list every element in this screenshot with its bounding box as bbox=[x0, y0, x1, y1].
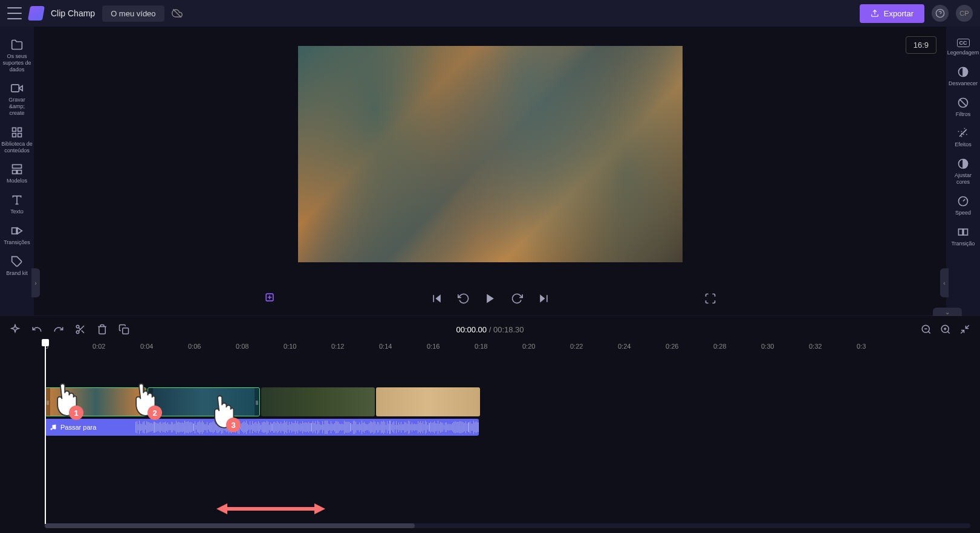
time-display: 00:00.00 / 00:18.30 bbox=[456, 325, 524, 334]
skip-start-button[interactable] bbox=[431, 292, 443, 305]
svg-marker-4 bbox=[19, 86, 22, 91]
sidebar-item-colors[interactable]: Ajustar cores bbox=[946, 153, 980, 190]
svg-rect-9 bbox=[13, 133, 16, 137]
header: Clip Champ O meu vídeo Exportar CP bbox=[0, 0, 980, 27]
duplicate-button[interactable] bbox=[118, 324, 129, 335]
aspect-ratio-button[interactable]: 16:9 bbox=[906, 36, 936, 54]
svg-point-30 bbox=[76, 331, 79, 334]
collapse-timeline-button[interactable]: ⌄ bbox=[933, 308, 962, 316]
right-sidebar: CC Legendagem Desvanecer Filtros Efeitos… bbox=[946, 27, 980, 315]
svg-rect-5 bbox=[11, 85, 19, 92]
zoom-in-button[interactable] bbox=[940, 324, 951, 335]
video-clip-1[interactable]: |||| bbox=[45, 387, 146, 416]
user-avatar[interactable]: CP bbox=[956, 5, 973, 22]
sidebar-item-transition[interactable]: Transição bbox=[946, 221, 980, 252]
delete-button[interactable] bbox=[97, 324, 108, 335]
cloud-off-icon bbox=[172, 8, 183, 19]
svg-line-0 bbox=[173, 9, 181, 18]
svg-marker-17 bbox=[435, 294, 440, 302]
video-track: |||| |||| bbox=[45, 387, 980, 416]
svg-rect-27 bbox=[959, 229, 963, 235]
video-clip-4[interactable] bbox=[376, 387, 480, 416]
playhead[interactable] bbox=[45, 343, 46, 524]
svg-rect-12 bbox=[18, 170, 22, 174]
svg-line-33 bbox=[79, 328, 80, 329]
svg-rect-34 bbox=[123, 328, 129, 334]
skip-end-button[interactable] bbox=[537, 292, 550, 305]
magic-icon[interactable] bbox=[264, 291, 276, 306]
video-clip-3[interactable] bbox=[261, 387, 375, 416]
svg-marker-19 bbox=[487, 294, 494, 303]
rewind-button[interactable] bbox=[458, 292, 470, 305]
svg-marker-20 bbox=[540, 294, 545, 302]
sidebar-item-captions[interactable]: CC Legendagem bbox=[946, 34, 980, 61]
waveform bbox=[135, 419, 479, 436]
sidebar-item-record[interactable]: Gravar &amp; create bbox=[0, 77, 34, 121]
svg-rect-11 bbox=[13, 170, 17, 174]
zoom-out-button[interactable] bbox=[921, 324, 932, 335]
timeline-ruler[interactable]: 0 0:02 0:04 0:06 0:08 0:10 0:12 0:14 0:1… bbox=[0, 343, 980, 357]
sidebar-item-speed[interactable]: Speed bbox=[946, 190, 980, 221]
undo-button[interactable] bbox=[31, 324, 42, 335]
brand-name: Clip Champ bbox=[51, 8, 95, 18]
export-button[interactable]: Exportar bbox=[860, 4, 924, 23]
forward-button[interactable] bbox=[511, 292, 523, 305]
svg-rect-7 bbox=[18, 128, 22, 131]
play-button[interactable] bbox=[484, 292, 496, 305]
svg-rect-6 bbox=[13, 128, 16, 131]
svg-point-44 bbox=[51, 428, 53, 430]
svg-line-32 bbox=[82, 331, 84, 333]
zoom-fit-button[interactable] bbox=[959, 324, 970, 335]
video-preview[interactable] bbox=[298, 46, 683, 262]
music-icon bbox=[50, 424, 57, 431]
audio-clip[interactable]: Passar para bbox=[45, 419, 479, 436]
svg-line-24 bbox=[959, 99, 967, 106]
sidebar-item-library[interactable]: Biblioteca de conteúdos bbox=[0, 121, 34, 159]
upload-icon bbox=[871, 9, 879, 18]
timeline-scrollbar[interactable] bbox=[45, 523, 970, 528]
svg-line-36 bbox=[928, 331, 930, 333]
svg-rect-10 bbox=[13, 165, 22, 169]
project-title[interactable]: O meu vídeo bbox=[102, 5, 164, 22]
sidebar-item-media[interactable]: Os seus suportes de dados bbox=[0, 34, 34, 77]
sidebar-item-filters[interactable]: Filtros bbox=[946, 92, 980, 123]
video-clip-2[interactable]: |||| bbox=[148, 387, 260, 416]
redo-button[interactable] bbox=[53, 324, 64, 335]
svg-rect-15 bbox=[12, 228, 17, 234]
sparkle-button[interactable] bbox=[10, 324, 21, 335]
audio-label: Passar para bbox=[60, 424, 96, 431]
sidebar-item-text[interactable]: Texto bbox=[0, 189, 34, 220]
help-button[interactable] bbox=[932, 5, 949, 22]
collapse-right-button[interactable]: ‹ bbox=[940, 268, 949, 297]
fullscreen-button[interactable] bbox=[704, 292, 716, 305]
cc-icon: CC bbox=[957, 39, 970, 47]
sidebar-item-brandkit[interactable]: Brand kit bbox=[0, 251, 34, 282]
timeline: ⌄ 00:00.00 / 00:18.30 0 0:02 0:04 0:06 0… bbox=[0, 315, 980, 533]
left-sidebar: Os seus suportes de dados Gravar &amp; c… bbox=[0, 27, 34, 315]
svg-point-29 bbox=[76, 325, 79, 328]
svg-line-43 bbox=[961, 331, 964, 334]
logo-icon bbox=[28, 6, 45, 21]
export-label: Exportar bbox=[884, 9, 913, 18]
svg-line-42 bbox=[966, 325, 969, 328]
svg-line-39 bbox=[947, 331, 949, 333]
svg-rect-8 bbox=[18, 133, 22, 137]
svg-point-45 bbox=[54, 428, 56, 430]
sidebar-item-fade[interactable]: Desvanecer bbox=[946, 61, 980, 92]
sidebar-item-effects[interactable]: Efeitos bbox=[946, 122, 980, 153]
sidebar-item-templates[interactable]: Modelos bbox=[0, 158, 34, 189]
cut-button[interactable] bbox=[75, 324, 86, 335]
svg-rect-28 bbox=[964, 229, 968, 235]
sidebar-item-transitions[interactable]: Transições bbox=[0, 220, 34, 251]
tracks-area[interactable]: |||| |||| Passar para 1 2 3 bbox=[0, 357, 980, 533]
preview-area: 16:9 bbox=[34, 27, 946, 282]
playback-controls bbox=[34, 282, 946, 315]
menu-button[interactable] bbox=[7, 7, 22, 19]
